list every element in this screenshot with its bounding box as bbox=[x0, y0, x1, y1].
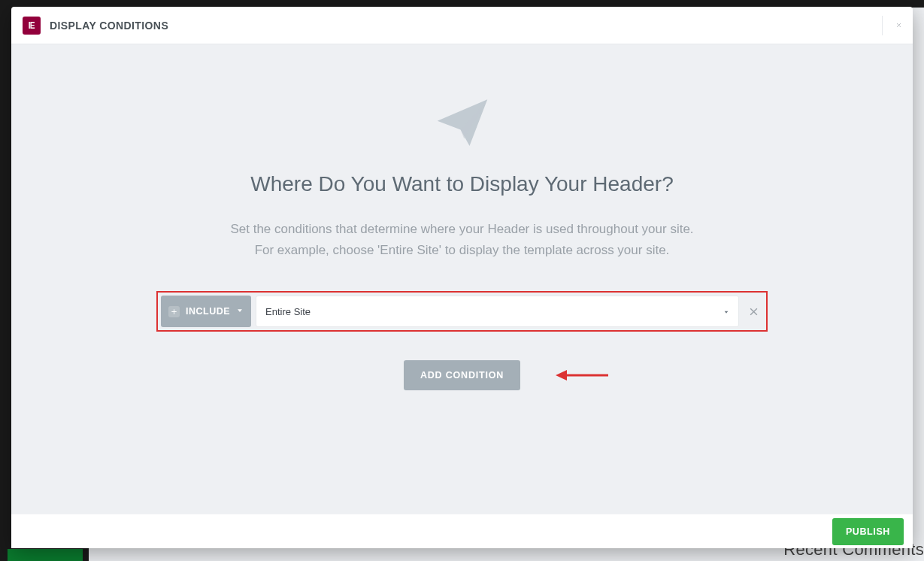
close-icon bbox=[896, 20, 901, 31]
elementor-logo-icon: IE bbox=[23, 17, 41, 35]
modal-description-line-2: For example, choose 'Entire Site' to dis… bbox=[255, 243, 670, 257]
caret-down-icon bbox=[236, 306, 244, 317]
condition-row: INCLUDE Entire Site bbox=[161, 296, 763, 327]
condition-mode-dropdown[interactable]: INCLUDE bbox=[161, 296, 251, 327]
modal-footer: PUBLISH bbox=[11, 514, 913, 548]
annotation-arrow bbox=[556, 368, 608, 383]
arrow-left-icon bbox=[556, 368, 608, 383]
paper-plane-icon bbox=[434, 94, 491, 151]
modal-header: IE DISPLAY CONDITIONS bbox=[11, 7, 913, 44]
modal-headline: Where Do You Want to Display Your Header… bbox=[29, 172, 895, 196]
paper-plane-illustration bbox=[29, 94, 895, 151]
close-icon bbox=[749, 307, 759, 317]
background-admin-sidebar-fragment bbox=[8, 549, 83, 561]
close-button[interactable] bbox=[882, 16, 901, 35]
publish-button[interactable]: PUBLISH bbox=[832, 518, 904, 545]
add-condition-button[interactable]: ADD CONDITION bbox=[404, 360, 520, 390]
condition-scope-select[interactable]: Entire Site bbox=[256, 296, 739, 327]
modal-body: Where Do You Want to Display Your Header… bbox=[11, 44, 913, 514]
condition-row-highlight: INCLUDE Entire Site bbox=[156, 291, 768, 332]
modal-description-line-1: Set the conditions that determine where … bbox=[230, 222, 693, 236]
modal-description: Set the conditions that determine where … bbox=[184, 219, 741, 261]
remove-condition-button[interactable] bbox=[744, 296, 763, 327]
caret-down-icon bbox=[723, 306, 729, 317]
condition-scope-value: Entire Site bbox=[265, 306, 311, 317]
modal-title: DISPLAY CONDITIONS bbox=[50, 20, 168, 32]
plus-square-icon bbox=[168, 306, 180, 317]
condition-mode-label: INCLUDE bbox=[186, 306, 230, 317]
add-condition-container: ADD CONDITION bbox=[29, 360, 895, 390]
display-conditions-modal: IE DISPLAY CONDITIONS Where Do You Want … bbox=[11, 7, 913, 548]
